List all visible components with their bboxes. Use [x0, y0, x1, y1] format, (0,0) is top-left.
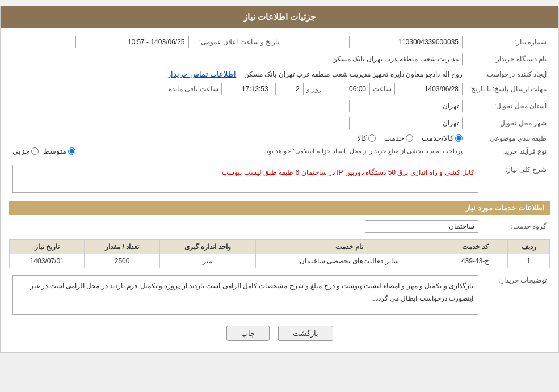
reply-deadline-label: مهلت ارسال پاسخ: تا تاریخ:	[466, 81, 550, 98]
header-title: جزئیات اطلاعات نیاز	[243, 12, 316, 22]
service-info-title: اطلاعات خدمات مورد نیاز	[9, 201, 550, 215]
table-cell-4: 2500	[85, 254, 159, 268]
buyer-org-label: نام دستگاه خریدار:	[466, 50, 550, 68]
creator-label: ایجاد کننده درخواست:	[466, 68, 550, 81]
category-radio-2[interactable]	[406, 134, 413, 142]
purchase-type-cell: پرداخت تمام یا بخشی از مبلغ خریدار از مح…	[9, 145, 466, 158]
col-row-num: ردیف	[508, 240, 550, 254]
delivery-province-value: تهران	[349, 100, 463, 112]
category-option-2[interactable]: خدمت	[384, 134, 413, 142]
announce-date-label: تاریخ و ساعت اعلان عمومی:	[192, 33, 283, 50]
page-header: جزئیات اطلاعات نیاز	[1, 6, 558, 28]
purchase-option-2[interactable]: متوسط	[43, 147, 75, 155]
table-cell-2: سایر فعالیت‌های تخصصی ساختمان	[256, 254, 443, 268]
buyer-notes-section: توضیحات خریدار: بارگذاری و تکمیل و مهر و…	[9, 273, 550, 317]
service-group-label: گروه خدمت:	[482, 218, 550, 235]
delivery-province-label: استان محل تحویل:	[466, 98, 550, 115]
buyer-org-value: مدیریت شعب منطقه غرب تهران بانک مسکن	[281, 53, 463, 65]
category-radio-group: کالا/خدمت خدمت کالا	[12, 134, 463, 142]
category-option-1[interactable]: کالا	[357, 134, 376, 142]
purchase-option-1[interactable]: جزیی	[12, 147, 39, 155]
days-label: روز و	[306, 85, 322, 93]
service-group-row: گروه خدمت: ساختمان	[9, 218, 550, 235]
contact-link[interactable]: اطلاعات تماس خریدار	[167, 70, 236, 78]
buyer-notes-row: توضیحات خریدار: بارگذاری و تکمیل و مهر و…	[9, 273, 550, 317]
need-desc-label: شرح کلی نیاز:	[482, 162, 550, 195]
category-option-3[interactable]: کالا/خدمت	[422, 134, 463, 142]
delivery-city-row: شهر محل تحویل: تهران	[9, 115, 550, 132]
purchase-label-1: جزیی	[12, 147, 30, 155]
reply-remaining-value: 17:13:53	[221, 83, 272, 95]
table-cell-1: ج-43-439	[443, 254, 508, 268]
category-label: طبقه بندی موضوعی:	[466, 132, 550, 145]
buyer-notes-value: بارگذاری و تکمیل و مهر و امضاء لیست پیوس…	[12, 275, 478, 315]
reply-deadline-row: مهلت ارسال پاسخ: تا تاریخ: 1403/06/28 سا…	[9, 81, 550, 98]
remaining-label: ساعت باقی مانده	[169, 85, 218, 93]
need-desc-section: شرح کلی نیاز: کابل کشی و راه اندازی برق …	[9, 162, 550, 195]
delivery-province-row: استان محل تحویل: تهران	[9, 98, 550, 115]
purchase-radio-1[interactable]	[31, 147, 39, 155]
buyer-notes-cell: بارگذاری و تکمیل و مهر و امضاء لیست پیوس…	[9, 273, 482, 317]
reply-deadline-cell: 1403/06/28 ساعت 06:00 روز و 2 17:13:53 س…	[9, 81, 466, 98]
table-cell-3: متر	[159, 254, 256, 268]
need-desc-row: شرح کلی نیاز: کابل کشی و راه اندازی برق …	[9, 162, 550, 195]
page-content: شماره نیاز: 1103004339000035 تاریخ و ساع…	[1, 28, 558, 352]
col-name: نام خدمت	[256, 240, 443, 254]
col-unit: واحد اندازه گیری	[159, 240, 256, 254]
col-date: تاریخ نیاز	[10, 240, 85, 254]
buyer-org-cell: مدیریت شعب منطقه غرب تهران بانک مسکن	[9, 50, 466, 68]
table-cell-5: 1403/07/01	[10, 254, 85, 268]
services-table-head: ردیف کد خدمت نام خدمت واحد اندازه گیری ت…	[10, 240, 550, 254]
announce-date-value: 1403/06/25 - 10:57	[75, 36, 189, 48]
service-group-cell: ساختمان	[9, 218, 482, 235]
services-table-body: 1ج-43-439سایر فعالیت‌های تخصصی ساختمانمت…	[10, 254, 550, 268]
category-label-3: کالا/خدمت	[422, 134, 453, 142]
button-row: بازگشت چاپ	[9, 317, 550, 347]
purchase-radio-2[interactable]	[68, 147, 75, 155]
buyer-notes-label: توضیحات خریدار:	[482, 273, 550, 317]
reply-deadline-data: 1403/06/28 ساعت 06:00 روز و 2 17:13:53 س…	[12, 83, 463, 95]
service-group-section: گروه خدمت: ساختمان	[9, 218, 550, 235]
back-button[interactable]: بازگشت	[278, 326, 333, 341]
table-row: 1ج-43-439سایر فعالیت‌های تخصصی ساختمانمت…	[10, 254, 550, 268]
purchase-type-row: نوع فرآیند خرید: پرداخت تمام یا بخشی از …	[9, 145, 550, 158]
purchase-note: پرداخت تمام یا بخشی از مبلغ خریدار از مح…	[80, 147, 463, 155]
category-row: طبقه بندی موضوعی: کالا/خدمت خدمت	[9, 132, 550, 145]
reply-date-value: 1403/06/28	[394, 83, 463, 95]
delivery-province-cell: تهران	[9, 98, 466, 115]
services-table: ردیف کد خدمت نام خدمت واحد اندازه گیری ت…	[9, 239, 550, 268]
purchase-label-2: متوسط	[43, 147, 66, 155]
delivery-city-label: شهر محل تحویل:	[466, 115, 550, 132]
category-cell: کالا/خدمت خدمت کالا	[9, 132, 466, 145]
reply-time-value: 06:00	[325, 83, 370, 95]
category-label-1: کالا	[357, 134, 367, 142]
need-desc-value: کابل کشی و راه اندازی برق 50 دستگاه دورب…	[12, 165, 478, 193]
reply-days-value: 2	[275, 83, 304, 95]
print-button[interactable]: چاپ	[226, 326, 270, 341]
need-number-cell: 1103004339000035	[283, 33, 466, 50]
delivery-city-cell: تهران	[9, 115, 466, 132]
announce-date-cell: 1403/06/25 - 10:57	[9, 33, 192, 50]
form-section-1: شماره نیاز: 1103004339000035 تاریخ و ساع…	[9, 33, 550, 158]
delivery-city-value: تهران	[349, 117, 463, 129]
buyer-org-row: نام دستگاه خریدار: مدیریت شعب منطقه غرب …	[9, 50, 550, 68]
creator-value: روح اله دادجو معاون دایره تجهیز مدیریت ش…	[244, 70, 463, 78]
category-radio-1[interactable]	[368, 134, 376, 142]
need-number-row: شماره نیاز: 1103004339000035 تاریخ و ساع…	[9, 33, 550, 50]
purchase-radio-group: پرداخت تمام یا بخشی از مبلغ خریدار از مح…	[12, 147, 463, 155]
table-header-row: ردیف کد خدمت نام خدمت واحد اندازه گیری ت…	[10, 240, 550, 254]
need-number-label: شماره نیاز:	[466, 33, 550, 50]
col-code: کد خدمت	[443, 240, 508, 254]
page-wrapper: جزئیات اطلاعات نیاز شماره نیاز: 11030043…	[0, 6, 559, 353]
time-label: ساعت	[373, 85, 392, 93]
purchase-type-label: نوع فرآیند خرید:	[466, 145, 550, 158]
table-cell-0: 1	[508, 254, 550, 268]
category-label-2: خدمت	[384, 134, 404, 142]
need-number-value: 1103004339000035	[349, 36, 463, 48]
col-quantity: تعداد / مقدار	[85, 240, 159, 254]
creator-row: ایجاد کننده درخواست: روح اله دادجو معاون…	[9, 68, 550, 81]
creator-cell: روح اله دادجو معاون دایره تجهیز مدیریت ش…	[9, 68, 466, 81]
service-group-value: ساختمان	[365, 220, 478, 233]
category-radio-3[interactable]	[455, 134, 463, 142]
need-desc-cell: کابل کشی و راه اندازی برق 50 دستگاه دورب…	[9, 162, 482, 195]
